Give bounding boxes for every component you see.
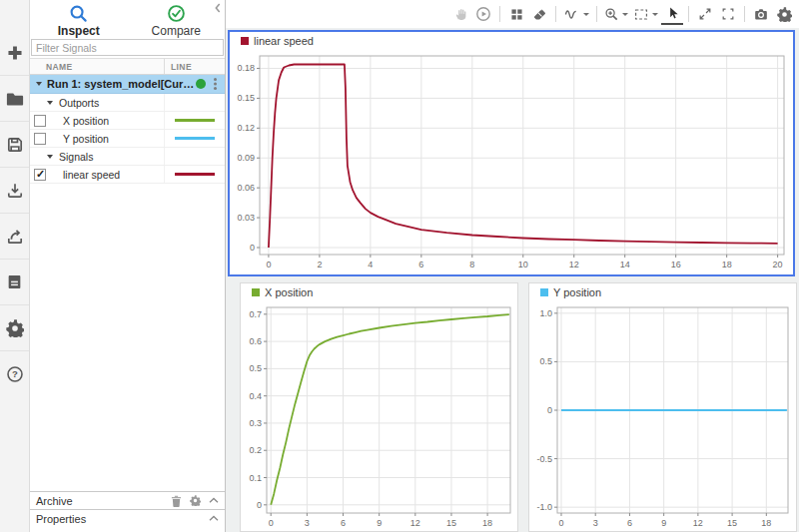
chevron-down-icon bbox=[47, 101, 53, 105]
tab-compare-label: Compare bbox=[152, 24, 201, 38]
linear-speed-chart[interactable]: 0246810121416182000.030.060.090.120.150.… bbox=[230, 50, 793, 274]
svg-text:3: 3 bbox=[593, 518, 598, 528]
tab-inspect[interactable]: Inspect bbox=[30, 0, 128, 38]
svg-text:0: 0 bbox=[558, 518, 563, 528]
cursor-arrow-icon bbox=[665, 6, 680, 21]
snapshot-button[interactable] bbox=[750, 3, 772, 25]
zoom-button[interactable] bbox=[602, 3, 630, 25]
svg-text:0: 0 bbox=[257, 500, 262, 510]
column-line: LINE bbox=[164, 59, 225, 74]
clear-plots-button[interactable] bbox=[528, 3, 550, 25]
run-label: Run 1: system_model[Current] bbox=[47, 78, 196, 90]
search-icon bbox=[69, 4, 88, 23]
create-report-button[interactable] bbox=[0, 259, 29, 304]
svg-text:0: 0 bbox=[266, 260, 271, 269]
svg-text:15: 15 bbox=[446, 518, 456, 528]
fullscreen-brackets-icon bbox=[721, 7, 735, 21]
line-swatch bbox=[175, 173, 215, 176]
layout-button[interactable] bbox=[505, 3, 527, 25]
svg-text:0.5: 0.5 bbox=[249, 363, 262, 373]
help-button[interactable]: ? bbox=[0, 350, 29, 396]
properties-bar[interactable]: Properties bbox=[30, 509, 225, 527]
tab-compare[interactable]: Compare bbox=[128, 0, 226, 38]
pointer-button[interactable] bbox=[661, 3, 683, 25]
save-icon bbox=[6, 136, 24, 154]
svg-text:0.6: 0.6 bbox=[249, 336, 262, 346]
run-row[interactable]: Run 1: system_model[Current] bbox=[30, 75, 225, 94]
svg-text:0.2: 0.2 bbox=[249, 445, 262, 455]
fullscreen-button[interactable] bbox=[717, 3, 739, 25]
sidebar-footer bbox=[30, 527, 225, 532]
trash-icon[interactable] bbox=[171, 495, 182, 507]
svg-text:4: 4 bbox=[368, 260, 373, 269]
svg-text:15: 15 bbox=[727, 518, 737, 528]
signal-label: X position bbox=[50, 115, 164, 127]
sidebar-tabs: Inspect Compare bbox=[30, 0, 225, 38]
add-run-button[interactable] bbox=[0, 30, 29, 75]
preferences-button[interactable] bbox=[0, 304, 29, 350]
toolbar-separator bbox=[499, 6, 500, 22]
group-label: Outports bbox=[59, 97, 99, 109]
filter-signals-input[interactable] bbox=[31, 39, 224, 56]
toolbar-separator bbox=[555, 6, 556, 22]
svg-text:0.09: 0.09 bbox=[237, 153, 255, 163]
tab-inspect-label: Inspect bbox=[58, 24, 100, 38]
open-button[interactable] bbox=[0, 75, 29, 121]
zoom-in-icon bbox=[604, 7, 619, 22]
expand-button[interactable] bbox=[694, 3, 716, 25]
svg-text:12: 12 bbox=[569, 260, 579, 269]
dropdown-caret-icon bbox=[622, 13, 628, 16]
legend-label: Y position bbox=[553, 286, 601, 298]
dropdown-caret-icon bbox=[652, 13, 658, 16]
svg-text:6: 6 bbox=[627, 518, 632, 528]
archive-bar[interactable]: Archive bbox=[30, 491, 225, 509]
plots-grid: linear speed 0246810121416182000.030.060… bbox=[226, 28, 799, 532]
group-row-outports[interactable]: Outports bbox=[30, 94, 225, 112]
svg-text:18: 18 bbox=[722, 260, 732, 269]
svg-text:14: 14 bbox=[620, 260, 630, 269]
plot-card-y-position[interactable]: Y position 0369121518-1.0-0.500.51.0 bbox=[528, 282, 797, 532]
signal-checkbox[interactable] bbox=[34, 133, 46, 145]
save-button[interactable] bbox=[0, 121, 29, 167]
line-cell bbox=[164, 94, 225, 111]
plot-card-x-position[interactable]: X position 036912151800.10.20.30.40.50.6… bbox=[240, 282, 518, 532]
grid-layout-icon bbox=[509, 7, 524, 22]
export-button[interactable] bbox=[0, 213, 29, 259]
eraser-icon bbox=[532, 7, 547, 22]
replay-button[interactable] bbox=[472, 3, 494, 25]
signal-browser-panel: Inspect Compare NAME LINE Run 1: system_… bbox=[30, 0, 226, 532]
signal-checkbox[interactable] bbox=[34, 115, 46, 127]
run-options-icon[interactable] bbox=[214, 78, 217, 81]
x-position-chart[interactable]: 036912151800.10.20.30.40.50.60.7 bbox=[241, 301, 517, 531]
plot-settings-button[interactable] bbox=[773, 3, 795, 25]
plot-legend: Y position bbox=[529, 283, 796, 301]
fit-to-view-button[interactable] bbox=[631, 3, 660, 25]
signal-row-x-position[interactable]: X position bbox=[30, 112, 225, 130]
svg-text:9: 9 bbox=[377, 518, 382, 528]
svg-text:12: 12 bbox=[693, 518, 703, 528]
signal-cursor-button[interactable] bbox=[561, 3, 591, 25]
legend-swatch bbox=[241, 37, 249, 45]
archive-settings-icon[interactable] bbox=[190, 495, 201, 506]
group-label: Signals bbox=[59, 151, 93, 163]
signal-tree: Run 1: system_model[Current] Outports X … bbox=[30, 75, 225, 491]
legend-swatch bbox=[252, 288, 260, 296]
group-row-signals[interactable]: Signals bbox=[30, 148, 225, 166]
svg-text:18: 18 bbox=[761, 518, 771, 528]
document-icon bbox=[6, 273, 23, 290]
plot-card-linear-speed[interactable]: linear speed 0246810121416182000.030.060… bbox=[228, 30, 795, 276]
plot-toolbar bbox=[226, 0, 799, 28]
signal-row-y-position[interactable]: Y position bbox=[30, 130, 225, 148]
camera-icon bbox=[753, 7, 769, 22]
signal-checkbox[interactable] bbox=[34, 169, 46, 181]
gear-icon bbox=[777, 7, 792, 22]
line-cell bbox=[164, 130, 225, 147]
y-position-chart[interactable]: 0369121518-1.0-0.500.51.0 bbox=[529, 301, 796, 531]
signal-row-linear-speed[interactable]: linear speed bbox=[30, 166, 225, 184]
properties-label: Properties bbox=[36, 513, 201, 525]
pan-button[interactable] bbox=[449, 3, 471, 25]
chevron-up-icon bbox=[209, 497, 219, 504]
expand-arrows-icon bbox=[698, 7, 712, 21]
collapse-sidebar-button[interactable] bbox=[214, 3, 222, 13]
import-button[interactable] bbox=[0, 167, 29, 213]
